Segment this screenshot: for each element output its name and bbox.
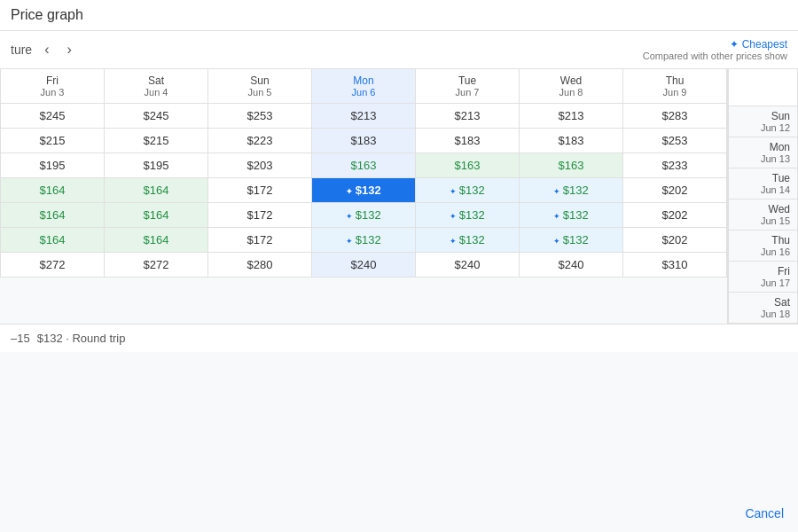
price-cell[interactable]: $245 [1,104,105,129]
col-header-fri[interactable]: FriJun 3 [1,69,105,104]
price-cell[interactable]: $203 [208,153,312,178]
right-row[interactable]: TueJun 14 [729,168,798,200]
right-row[interactable]: MonJun 13 [729,137,798,168]
cheapest-icon [450,233,459,246]
right-date-label[interactable]: TueJun 14 [729,168,798,200]
table-row: $215$215$223$183$183$183$253 [1,129,727,153]
price-cell[interactable]: $132 [416,203,520,228]
price-cell[interactable]: $202 [623,228,727,253]
price-cell[interactable]: $215 [1,129,105,153]
nav-left: ture ‹ › [11,38,77,61]
price-cell[interactable]: $132 [520,228,623,253]
right-date-label[interactable]: ThuJun 16 [729,231,798,262]
right-date-label[interactable]: SatJun 18 [729,293,798,324]
price-cell[interactable]: $164 [1,228,105,253]
price-cell[interactable]: $183 [416,129,520,153]
col-header-thu[interactable]: ThuJun 9 [623,69,727,104]
price-cell[interactable]: $164 [1,203,105,228]
price-cell[interactable]: $132 [312,178,416,203]
price-cell[interactable]: $172 [208,203,312,228]
cheapest-legend: ✦ Cheapest [643,38,787,51]
page-title: Price graph [11,7,83,23]
legend-area: ✦ Cheapest Compared with other prices sh… [643,38,787,61]
date-range: –15 [11,332,30,345]
price-cell[interactable]: $215 [105,129,208,153]
price-cell[interactable]: $132 [520,178,623,203]
price-cell[interactable]: $132 [312,228,416,253]
col-header-mon[interactable]: MonJun 6 [312,69,416,104]
right-table: SunJun 12MonJun 13TueJun 14WedJun 15ThuJ… [728,68,798,324]
right-row[interactable]: SatJun 18 [729,293,798,324]
table-row: $195$195$203$163$163$163$233 [1,153,727,178]
right-row[interactable]: ThuJun 16 [729,231,798,262]
right-date-label[interactable]: SunJun 12 [729,106,798,137]
price-cell[interactable]: $233 [623,153,727,178]
price-cell[interactable]: $183 [312,129,416,153]
right-row[interactable]: WedJun 15 [729,200,798,231]
col-header-wed[interactable]: WedJun 8 [520,69,623,104]
price-cell[interactable]: $283 [623,104,727,129]
price-cell[interactable]: $163 [312,153,416,178]
cheapest-icon [346,208,356,222]
price-cell[interactable]: $213 [312,104,416,129]
prev-button[interactable]: ‹ [39,38,54,61]
table-row: $245$245$253$213$213$213$283 [1,104,727,129]
price-cell[interactable]: $172 [208,178,312,203]
price-cell[interactable]: $272 [1,253,105,278]
right-row[interactable]: SunJun 12 [729,106,798,137]
price-cell[interactable]: $310 [623,253,727,278]
price-cell[interactable]: $223 [208,129,312,153]
price-cell[interactable]: $183 [520,129,623,153]
cancel-button[interactable]: Cancel [745,506,784,520]
price-cell[interactable]: $202 [623,178,727,203]
right-row[interactable]: FriJun 17 [729,262,798,293]
price-cell[interactable]: $163 [416,153,520,178]
table-row: $164$164$172$132$132$132$202 [1,228,727,253]
price-cell[interactable]: $240 [520,253,623,278]
price-cell[interactable]: $132 [416,228,520,253]
col-header-tue[interactable]: TueJun 7 [416,69,520,104]
price-cell[interactable]: $164 [105,228,208,253]
right-date-label[interactable]: FriJun 17 [729,262,798,293]
price-cell[interactable]: $132 [520,203,623,228]
top-bar: Price graph [0,0,798,31]
table-row: $272$272$280$240$240$240$310 [1,253,727,278]
price-cell[interactable]: $163 [520,153,623,178]
cheapest-icon [553,184,563,197]
right-header-spacer [729,69,798,106]
price-cell[interactable]: $253 [623,129,727,153]
price-cell[interactable]: $253 [208,104,312,129]
departure-label: ture [11,43,32,57]
price-cell[interactable]: $132 [312,203,416,228]
price-cell[interactable]: $164 [105,203,208,228]
cancel-btn-area: Cancel [745,505,784,521]
price-cell[interactable]: $213 [416,104,520,129]
col-header-sun[interactable]: SunJun 5 [208,69,312,104]
right-date-label[interactable]: MonJun 13 [729,137,798,168]
price-cell[interactable]: $240 [312,253,416,278]
price-cell[interactable]: $164 [105,178,208,203]
price-cell[interactable]: $245 [105,104,208,129]
price-cell[interactable]: $272 [105,253,208,278]
col-header-sat[interactable]: SatJun 4 [105,69,208,104]
nav-row: ture ‹ › ✦ Cheapest Compared with other … [0,31,798,68]
cheapest-icon [450,208,459,222]
price-cell[interactable]: $132 [416,178,520,203]
price-cell[interactable]: $172 [208,228,312,253]
right-panel: SunJun 12MonJun 13TueJun 14WedJun 15ThuJ… [727,68,798,324]
price-cell[interactable]: $195 [1,153,105,178]
compared-legend: Compared with other prices show [643,51,787,61]
price-cell[interactable]: $213 [520,104,623,129]
price-cell[interactable]: $280 [208,253,312,278]
price-cell[interactable]: $195 [105,153,208,178]
table-row: $164$164$172$132$132$132$202 [1,178,727,203]
cheapest-icon [553,208,563,222]
left-panel: FriJun 3SatJun 4SunJun 5MonJun 6TueJun 7… [0,68,727,324]
right-date-label[interactable]: WedJun 15 [729,200,798,231]
price-cell[interactable]: $164 [1,178,105,203]
bottom-bar: –15 $132 · Round trip [0,324,798,352]
price-cell[interactable]: $240 [416,253,520,278]
price-cell[interactable]: $202 [623,203,727,228]
table-row: $164$164$172$132$132$132$202 [1,203,727,228]
next-button[interactable]: › [61,38,76,61]
